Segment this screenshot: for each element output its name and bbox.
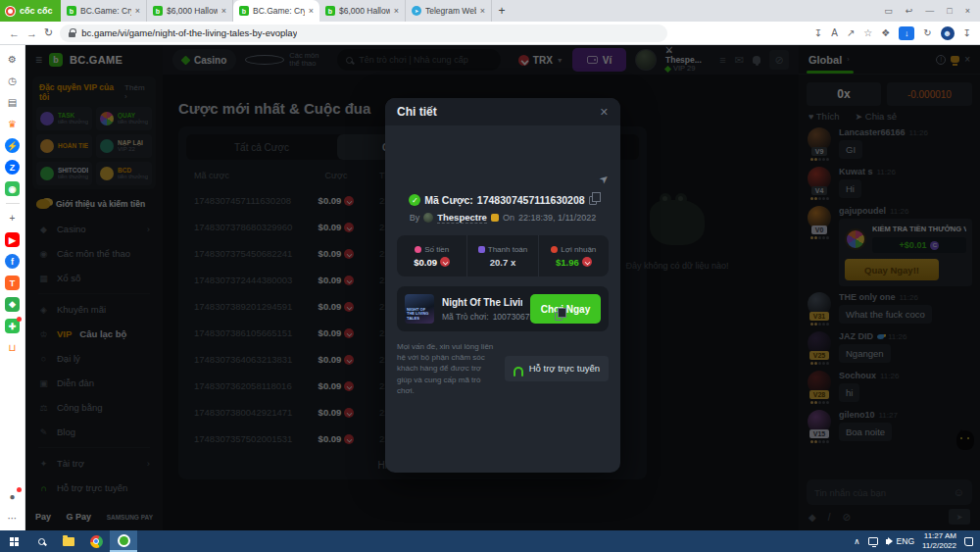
coccoc-brand-label: cốc cốc [20, 6, 53, 16]
profile-avatar[interactable]: ☻ [941, 26, 955, 40]
keyboard-language[interactable]: ENG [897, 536, 914, 546]
tab-close-icon[interactable]: × [221, 6, 226, 16]
add-icon[interactable]: + [5, 211, 20, 226]
bet-id-label: Mã Cược: [424, 194, 473, 206]
back-button[interactable]: ← [9, 27, 20, 39]
tab-list: BC.Game: Crypto Casino Gan × $6,000 Hall… [61, 0, 492, 22]
chrome-icon [90, 535, 103, 548]
chat-app-icon[interactable]: ✚ [5, 319, 20, 333]
reading-list-icon[interactable]: ▤ [5, 95, 20, 110]
tab-close-icon[interactable]: × [480, 6, 485, 16]
tab-title: $6,000 Halloween Slot Battle [167, 6, 218, 16]
stat-icon [551, 246, 558, 253]
windows-taskbar: ∧ ENG 11:27 AM 11/2/2022 [0, 530, 980, 552]
clock-time: 11:27 AM [922, 531, 956, 541]
network-icon[interactable] [868, 537, 878, 545]
maximize-button[interactable]: □ [947, 6, 952, 16]
downloads-icon[interactable]: ↧ [963, 27, 971, 38]
close-modal-icon[interactable]: ✕ [600, 106, 609, 119]
bookmark-star-icon[interactable]: ☆ [863, 27, 872, 38]
extension-icon[interactable]: ↻ [923, 27, 931, 38]
share-bet-icon[interactable]: ➤ [597, 172, 612, 187]
games-icon[interactable]: ◉ [5, 181, 20, 196]
tray-expand-icon[interactable]: ∧ [854, 536, 859, 546]
tab-title: BC.Game: Crypto Casino Gan [80, 6, 131, 16]
browser-tab[interactable]: $6,000 Halloween Slot Battle × [147, 0, 233, 22]
browser-tab[interactable]: $6,000 Halloween Slot Battle × [319, 0, 406, 22]
stat-value: $1.96 [556, 257, 579, 268]
bet-stat: Lợi nhuận $1.96 [538, 235, 609, 276]
tab-favicon-icon [153, 6, 163, 16]
tab-close-icon[interactable]: × [135, 6, 140, 16]
stat-label: Số tiền [424, 245, 449, 254]
file-explorer-button[interactable] [55, 530, 82, 552]
close-window-button[interactable]: × [965, 6, 970, 16]
coccoc-button[interactable] [110, 530, 137, 552]
by-label: By [410, 213, 420, 223]
zalo-icon[interactable]: Z [5, 160, 20, 175]
history-icon[interactable]: ◷ [5, 74, 20, 88]
speaker-icon[interactable] [886, 539, 889, 544]
game-card: NIGHT OF THE LIVING TALES Night Of The L… [397, 286, 609, 331]
game-thumbnail[interactable]: NIGHT OF THE LIVING TALES [405, 294, 434, 324]
trx-coin-icon [582, 257, 592, 267]
browser-tab[interactable]: BC.Game: Crypto Casino Gan × [233, 0, 319, 22]
url-field[interactable]: bc.game/vi/game/night-of-the-living-tale… [60, 25, 667, 42]
stat-icon [415, 246, 421, 253]
chrome-button[interactable] [82, 530, 110, 552]
reload-button[interactable]: ↻ [44, 26, 53, 39]
player-name[interactable]: Thespectre [437, 212, 487, 224]
garden-icon[interactable]: ❖ [5, 297, 20, 312]
tab-favicon-icon [67, 6, 76, 16]
search-icon [38, 538, 45, 545]
action-center-icon[interactable] [964, 537, 973, 546]
crown-icon[interactable]: ♛ [5, 117, 20, 131]
coccoc-brand[interactable]: cốc cốc [0, 0, 61, 22]
trx-coin-icon [440, 257, 450, 267]
notifications-icon[interactable]: ● [5, 489, 20, 504]
youtube-icon[interactable]: ▶ [5, 232, 20, 247]
sync-arrow-icon[interactable]: ↩ [906, 6, 913, 16]
browser-tab[interactable]: BC.Game: Crypto Casino Gan × [61, 0, 147, 22]
browser-tab[interactable]: Telegram Web × [406, 0, 492, 22]
on-label: On [503, 213, 514, 223]
live-support-button[interactable]: Hỗ trợ trực tuyến [505, 356, 609, 381]
facebook-icon[interactable]: f [5, 254, 20, 269]
messenger-icon[interactable]: ⚡ [5, 138, 20, 153]
stat-label: Thanh toán [488, 245, 527, 254]
game-id-label: Mã Trò chơi: [442, 312, 489, 322]
forward-button[interactable]: → [26, 27, 37, 39]
modal-title: Chi tiết [397, 105, 437, 119]
share-icon[interactable]: ↗ [847, 27, 855, 38]
bet-datetime: 22:18:39, 1/11/2022 [518, 213, 596, 223]
start-button[interactable] [0, 530, 27, 552]
addressbar-icons: ↧ A ↗ ☆ ❖ ↓ ↻ ☻ ↧ [814, 26, 971, 40]
copy-icon[interactable] [589, 196, 597, 205]
cart-icon[interactable]: ⊔ [5, 340, 20, 355]
translate-icon[interactable]: A [831, 27, 838, 38]
folder-icon [63, 537, 74, 546]
shield-icon[interactable]: ❖ [881, 27, 890, 38]
bet-id-value: 1748307457111630208 [477, 194, 585, 206]
tab-favicon-icon [325, 6, 335, 16]
copy-icon[interactable] [555, 312, 563, 321]
minimize-button[interactable]: — [925, 6, 934, 16]
stat-label: Lợi nhuận [561, 245, 596, 254]
desktop: cốc cốc BC.Game: Crypto Casino Gan × $6,… [0, 0, 980, 552]
tab-title: Telegram Web [425, 6, 476, 16]
download-button[interactable]: ↓ [899, 26, 914, 40]
save-page-icon[interactable]: ↧ [814, 27, 822, 38]
settings-icon[interactable]: ⚙ [5, 52, 20, 67]
new-tab-button[interactable]: + [492, 0, 512, 22]
tab-close-icon[interactable]: × [394, 6, 399, 16]
more-icon[interactable]: ⋯ [5, 511, 20, 526]
verified-check-icon: ✓ [409, 194, 420, 206]
cast-icon[interactable]: ▭ [884, 6, 893, 16]
tab-close-icon[interactable]: × [309, 6, 314, 16]
stat-icon [478, 246, 485, 253]
divider [6, 203, 20, 204]
coccoc-icon [118, 534, 130, 547]
tiki-icon[interactable]: T [5, 276, 20, 290]
taskbar-clock[interactable]: 11:27 AM 11/2/2022 [922, 531, 956, 551]
taskbar-search[interactable] [27, 530, 55, 552]
